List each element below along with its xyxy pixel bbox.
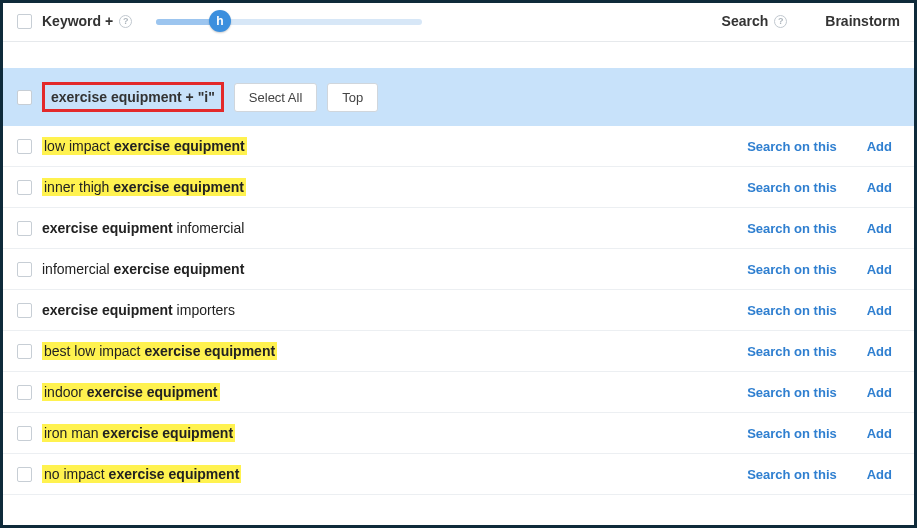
keyword-pre: no impact <box>44 466 109 482</box>
search-on-this-link[interactable]: Search on this <box>747 262 837 277</box>
keyword-text: exercise equipment infomercial <box>42 220 729 236</box>
letter-slider[interactable]: h <box>156 11 422 31</box>
keyword-text: indoor exercise equipment <box>42 384 729 400</box>
row-checkbox[interactable] <box>17 139 32 154</box>
keyword-post: importers <box>173 302 235 318</box>
brainstorm-column-header: Brainstorm <box>825 13 900 29</box>
search-on-this-link[interactable]: Search on this <box>747 303 837 318</box>
search-column-header: Search ? <box>722 13 788 29</box>
group-checkbox[interactable] <box>17 90 32 105</box>
row-checkbox[interactable] <box>17 426 32 441</box>
row-checkbox[interactable] <box>17 180 32 195</box>
search-on-this-link[interactable]: Search on this <box>747 467 837 482</box>
keyword-phrase: best low impact exercise equipment <box>42 342 277 360</box>
keyword-bold: exercise equipment <box>144 343 275 359</box>
keyword-text: low impact exercise equipment <box>42 138 729 154</box>
keyword-bold: exercise equipment <box>114 261 245 277</box>
keyword-phrase: exercise equipment infomercial <box>42 220 244 236</box>
table-row: exercise equipment importersSearch on th… <box>3 290 914 331</box>
row-checkbox[interactable] <box>17 262 32 277</box>
keyword-bold: exercise equipment <box>113 179 244 195</box>
add-link[interactable]: Add <box>867 385 892 400</box>
keyword-phrase: exercise equipment importers <box>42 302 235 318</box>
keyword-bold: exercise equipment <box>87 384 218 400</box>
row-checkbox[interactable] <box>17 344 32 359</box>
search-on-this-link[interactable]: Search on this <box>747 344 837 359</box>
keyword-text: iron man exercise equipment <box>42 425 729 441</box>
search-on-this-link[interactable]: Search on this <box>747 221 837 236</box>
select-all-header-checkbox[interactable] <box>17 14 32 29</box>
table-row: inner thigh exercise equipmentSearch on … <box>3 167 914 208</box>
table-row: low impact exercise equipmentSearch on t… <box>3 126 914 167</box>
group-header: exercise equipment + "i" Select All Top <box>3 68 914 126</box>
keyword-phrase: infomercial exercise equipment <box>42 261 244 277</box>
keyword-pre: low impact <box>44 138 114 154</box>
keyword-phrase: low impact exercise equipment <box>42 137 247 155</box>
keyword-bold: exercise equipment <box>42 220 173 236</box>
search-on-this-link[interactable]: Search on this <box>747 385 837 400</box>
row-checkbox[interactable] <box>17 221 32 236</box>
keyword-column-label: Keyword + <box>42 13 113 29</box>
select-all-button[interactable]: Select All <box>234 83 317 112</box>
slider-thumb[interactable]: h <box>209 10 231 32</box>
keyword-post: infomercial <box>173 220 245 236</box>
keyword-bold: exercise equipment <box>109 466 240 482</box>
search-column-label: Search <box>722 13 769 29</box>
add-link[interactable]: Add <box>867 262 892 277</box>
add-link[interactable]: Add <box>867 344 892 359</box>
keyword-text: no impact exercise equipment <box>42 466 729 482</box>
help-icon[interactable]: ? <box>774 15 787 28</box>
table-row: iron man exercise equipmentSearch on thi… <box>3 413 914 454</box>
keyword-text: exercise equipment importers <box>42 302 729 318</box>
table-row: infomercial exercise equipmentSearch on … <box>3 249 914 290</box>
keyword-bold: exercise equipment <box>42 302 173 318</box>
keyword-column-header: Keyword + ? <box>42 13 132 29</box>
table-row: best low impact exercise equipmentSearch… <box>3 331 914 372</box>
keyword-bold: exercise equipment <box>102 425 233 441</box>
table-header: Keyword + ? h Search ? Brainstorm <box>3 3 914 42</box>
keyword-phrase: iron man exercise equipment <box>42 424 235 442</box>
keyword-pre: best low impact <box>44 343 144 359</box>
add-link[interactable]: Add <box>867 221 892 236</box>
add-link[interactable]: Add <box>867 426 892 441</box>
add-link[interactable]: Add <box>867 139 892 154</box>
group-title: exercise equipment + "i" <box>42 82 224 112</box>
keyword-phrase: indoor exercise equipment <box>42 383 220 401</box>
table-row: exercise equipment infomercialSearch on … <box>3 208 914 249</box>
row-checkbox[interactable] <box>17 467 32 482</box>
top-button[interactable]: Top <box>327 83 378 112</box>
keyword-text: inner thigh exercise equipment <box>42 179 729 195</box>
brainstorm-column-label: Brainstorm <box>825 13 900 29</box>
keyword-pre: indoor <box>44 384 87 400</box>
help-icon[interactable]: ? <box>119 15 132 28</box>
keyword-text: infomercial exercise equipment <box>42 261 729 277</box>
keyword-bold: exercise equipment <box>114 138 245 154</box>
keyword-pre: iron man <box>44 425 102 441</box>
keyword-phrase: no impact exercise equipment <box>42 465 241 483</box>
keyword-pre: inner thigh <box>44 179 113 195</box>
table-row: indoor exercise equipmentSearch on thisA… <box>3 372 914 413</box>
search-on-this-link[interactable]: Search on this <box>747 180 837 195</box>
keyword-phrase: inner thigh exercise equipment <box>42 178 246 196</box>
table-row: no impact exercise equipmentSearch on th… <box>3 454 914 495</box>
keyword-rows: low impact exercise equipmentSearch on t… <box>3 126 914 495</box>
search-on-this-link[interactable]: Search on this <box>747 139 837 154</box>
header-right: Search ? Brainstorm <box>722 13 900 29</box>
add-link[interactable]: Add <box>867 180 892 195</box>
add-link[interactable]: Add <box>867 303 892 318</box>
search-on-this-link[interactable]: Search on this <box>747 426 837 441</box>
add-link[interactable]: Add <box>867 467 892 482</box>
row-checkbox[interactable] <box>17 385 32 400</box>
keyword-text: best low impact exercise equipment <box>42 343 729 359</box>
row-checkbox[interactable] <box>17 303 32 318</box>
keyword-pre: infomercial <box>42 261 114 277</box>
